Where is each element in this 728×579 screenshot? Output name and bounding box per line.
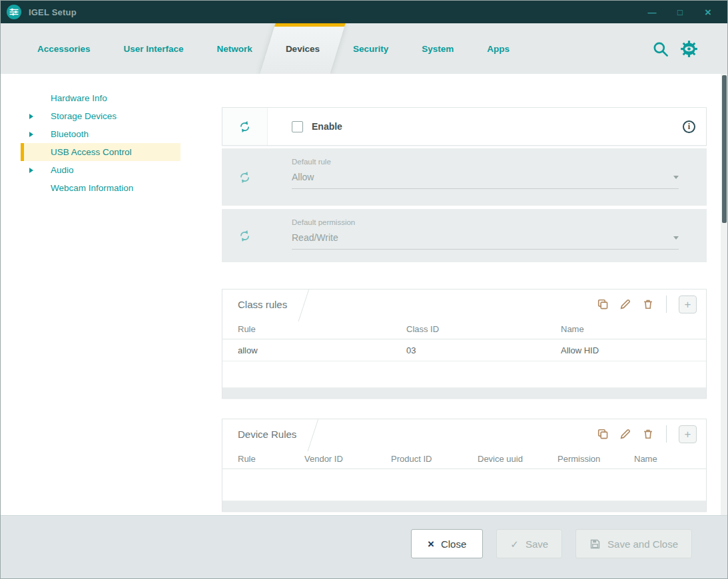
- default-permission-block: Default permission Read/Write: [222, 209, 707, 262]
- copy-icon[interactable]: [597, 298, 609, 310]
- class-rule-row[interactable]: allow 03 Allow HID: [222, 339, 706, 361]
- device-rules-table-header: Rule Vendor ID Product ID Device uuid Pe…: [222, 449, 706, 469]
- window-title: IGEL Setup: [29, 7, 77, 17]
- sidebar: Hardware Info Storage Devices Bluetooth …: [1, 74, 181, 515]
- enable-label: Enable: [312, 121, 342, 132]
- reset-icon[interactable]: [222, 209, 267, 262]
- class-rules-header: Class rules: [222, 290, 706, 319]
- enable-checkbox[interactable]: [292, 121, 303, 132]
- tab-security[interactable]: Security: [336, 23, 405, 74]
- default-rule-block: Default rule Allow: [222, 148, 707, 206]
- floppy-icon: [589, 538, 601, 550]
- copy-icon[interactable]: [597, 428, 609, 440]
- class-rules-actions: +: [597, 295, 697, 313]
- search-icon[interactable]: [651, 40, 669, 58]
- device-rules-title: Device Rules: [238, 419, 323, 449]
- device-rules-header: Device Rules: [222, 419, 706, 449]
- tab-system[interactable]: System: [405, 23, 470, 74]
- default-permission-select[interactable]: Default permission Read/Write: [267, 209, 707, 262]
- main-tab-bar: Accessories User Interface Network Devic…: [1, 23, 727, 74]
- tab-apps[interactable]: Apps: [470, 23, 526, 74]
- horizontal-scroll-strip[interactable]: [222, 387, 706, 398]
- expand-arrow-icon[interactable]: [29, 168, 33, 173]
- info-icon[interactable]: [683, 120, 695, 133]
- gear-eye-icon[interactable]: [680, 40, 698, 58]
- expand-arrow-icon[interactable]: [29, 114, 33, 119]
- tab-accessories[interactable]: Accessories: [21, 23, 107, 74]
- default-rule-select[interactable]: Default rule Allow: [267, 148, 707, 206]
- edit-icon[interactable]: [619, 298, 631, 310]
- expand-arrow-icon[interactable]: [29, 132, 33, 137]
- delete-icon[interactable]: [642, 298, 654, 310]
- default-rule-value: Allow: [292, 172, 314, 182]
- sidebar-item-hardware-info[interactable]: Hardware Info: [21, 89, 181, 107]
- enable-card: Enable: [222, 107, 707, 146]
- tab-devices[interactable]: Devices: [269, 23, 336, 74]
- vertical-scrollbar[interactable]: [721, 74, 727, 515]
- reset-icon[interactable]: [222, 108, 268, 145]
- divider: [666, 295, 667, 313]
- sidebar-item-usb-access-control[interactable]: USB Access Control: [21, 143, 181, 161]
- class-rules-card: Class rules: [222, 289, 707, 399]
- window-controls: — □ ×: [646, 7, 719, 18]
- close-icon[interactable]: ×: [702, 7, 714, 18]
- default-permission-value: Read/Write: [292, 232, 338, 243]
- maximize-icon[interactable]: □: [674, 8, 686, 17]
- scrollbar-thumb[interactable]: [722, 75, 727, 223]
- tabs: Accessories User Interface Network Devic…: [21, 23, 526, 74]
- tab-user-interface[interactable]: User Interface: [107, 23, 200, 74]
- tab-actions: [651, 23, 727, 74]
- dropdown-arrow-icon: [673, 236, 679, 240]
- save-and-close-button[interactable]: Save and Close: [575, 529, 692, 558]
- check-icon: ✓: [510, 539, 519, 549]
- divider: [666, 425, 667, 443]
- sidebar-item-audio[interactable]: Audio: [21, 161, 181, 179]
- plus-icon: +: [685, 429, 691, 440]
- sidebar-item-bluetooth[interactable]: Bluetooth: [21, 125, 181, 143]
- close-button[interactable]: × Close: [411, 529, 483, 558]
- class-rules-table-header: Rule Class ID Name: [222, 319, 706, 339]
- add-class-rule-button[interactable]: +: [679, 295, 697, 313]
- sidebar-item-storage-devices[interactable]: Storage Devices: [21, 107, 181, 125]
- igel-setup-window: IGEL Setup — □ × Accessories User Interf…: [0, 0, 728, 579]
- tab-network[interactable]: Network: [200, 23, 269, 74]
- sidebar-item-webcam-information[interactable]: Webcam Information: [21, 179, 181, 197]
- dropdown-arrow-icon: [673, 176, 679, 179]
- class-rules-title: Class rules: [238, 290, 314, 319]
- horizontal-scroll-strip[interactable]: [222, 500, 706, 511]
- edit-icon[interactable]: [619, 428, 631, 440]
- reset-icon[interactable]: [222, 148, 267, 206]
- device-rules-card: Device Rules: [222, 419, 707, 512]
- default-rule-label: Default rule: [292, 158, 679, 166]
- title-bar: IGEL Setup — □ ×: [1, 1, 727, 23]
- close-x-icon: ×: [428, 538, 434, 550]
- save-button[interactable]: ✓ Save: [496, 529, 562, 558]
- add-device-rule-button[interactable]: +: [679, 425, 697, 443]
- usb-access-control-panel: Enable Default rule: [181, 74, 727, 515]
- plus-icon: +: [685, 299, 691, 310]
- default-permission-label: Default permission: [292, 218, 679, 226]
- igel-logo-icon: [6, 4, 22, 20]
- body: Hardware Info Storage Devices Bluetooth …: [1, 74, 727, 515]
- device-rules-actions: +: [597, 425, 697, 443]
- minimize-icon[interactable]: —: [646, 8, 658, 17]
- delete-icon[interactable]: [642, 428, 654, 440]
- footer-bar: × Close ✓ Save Save and Close: [1, 515, 727, 578]
